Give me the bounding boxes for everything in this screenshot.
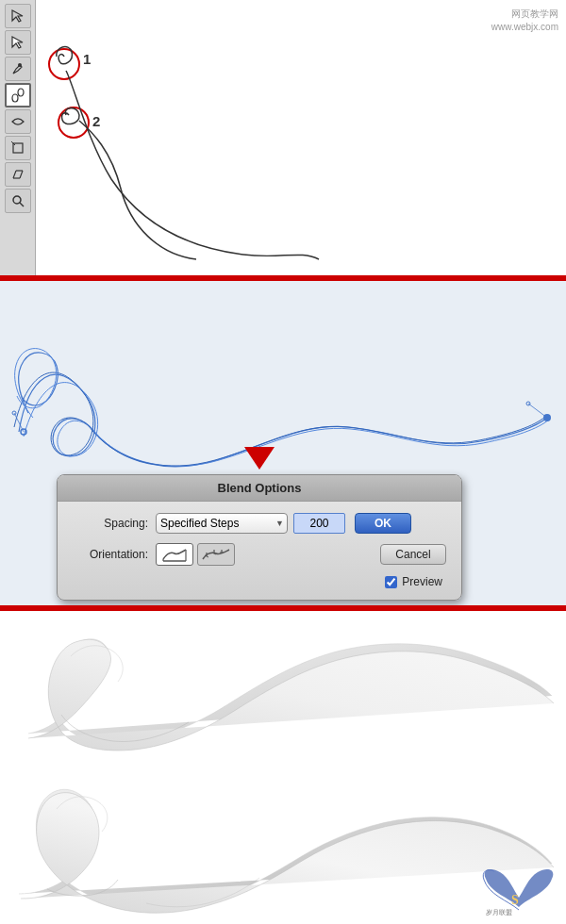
spacing-row: Spacing: Smooth Color Specified Steps Sp… (73, 513, 446, 534)
tool-zoom[interactable] (5, 189, 31, 213)
middle-canvas-section: Blend Options Spacing: Smooth Color Spec… (0, 281, 566, 608)
top-canvas: 1 2 (36, 0, 566, 278)
svg-point-3 (12, 94, 18, 102)
preview-label[interactable]: Preview (402, 575, 442, 588)
bottom-section-2: S 岁月联盟 (0, 762, 566, 924)
dialog-body: Spacing: Smooth Color Specified Steps Sp… (58, 502, 461, 600)
toolbar (0, 0, 36, 278)
bottom-section-1 (0, 611, 566, 762)
middle-canvas (0, 281, 566, 498)
spacing-select-wrapper: Smooth Color Specified Steps Specified D… (156, 513, 288, 534)
tool-select[interactable] (5, 4, 31, 28)
watermark: 网页教学网 www.webjx.com (491, 8, 558, 34)
svg-point-2 (18, 63, 22, 67)
orient-path-button[interactable] (197, 543, 235, 566)
svg-line-8 (20, 171, 23, 178)
svg-line-7 (13, 171, 16, 178)
tool-scale[interactable] (5, 136, 31, 160)
svg-marker-1 (12, 37, 23, 48)
tool-pen[interactable] (5, 57, 31, 81)
top-canvas-section: 1 2 (0, 0, 566, 278)
cancel-button[interactable]: Cancel (380, 544, 446, 565)
bottom-logo: S 岁月联盟 (481, 865, 557, 916)
svg-line-12 (20, 203, 24, 206)
orientation-row: Orientation: (73, 543, 446, 566)
svg-text:岁月联盟: 岁月联盟 (486, 909, 512, 916)
svg-point-4 (18, 89, 24, 96)
svg-text:S: S (511, 893, 519, 907)
spacing-select[interactable]: Smooth Color Specified Steps Specified D… (156, 513, 288, 534)
dialog-title: Blend Options (58, 475, 461, 502)
spacing-label: Spacing: (73, 517, 148, 530)
preview-row: Preview (73, 575, 446, 588)
svg-text:2: 2 (92, 113, 100, 129)
ribbon-svg-1 (0, 611, 566, 762)
tool-blend[interactable] (5, 83, 31, 107)
orientation-label: Orientation: (73, 548, 148, 561)
dialog-indicator-arrow (244, 447, 275, 473)
middle-curve-svg (0, 281, 566, 498)
tool-direct-select[interactable] (5, 30, 31, 55)
steps-input[interactable] (293, 513, 345, 534)
tool-shear[interactable] (5, 162, 31, 187)
top-curve-svg: 1 2 (36, 0, 566, 278)
svg-marker-0 (12, 10, 23, 22)
preview-checkbox[interactable] (385, 576, 397, 588)
svg-text:1: 1 (83, 51, 91, 67)
svg-point-11 (13, 196, 21, 204)
svg-line-20 (528, 404, 547, 418)
blend-options-dialog: Blend Options Spacing: Smooth Color Spec… (57, 474, 462, 601)
ok-button[interactable]: OK (355, 513, 411, 534)
orient-page-button[interactable] (156, 543, 193, 566)
tool-reshape[interactable] (5, 109, 31, 134)
logo-svg: S 岁月联盟 (481, 865, 557, 916)
